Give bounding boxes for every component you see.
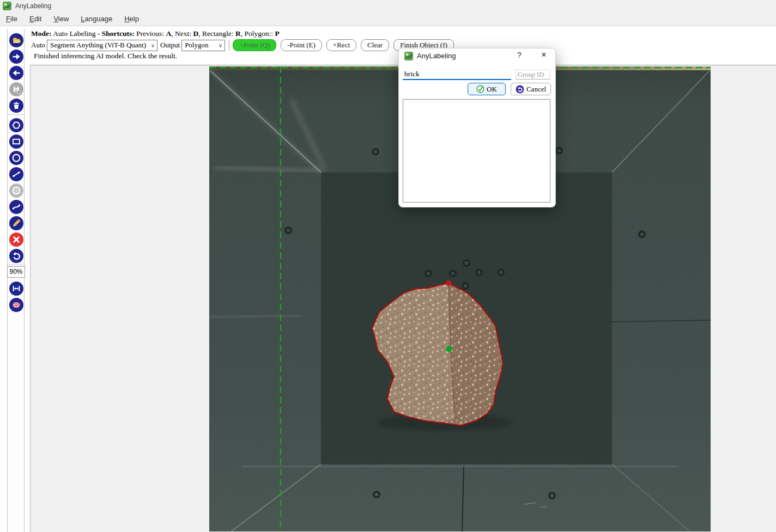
menu-help[interactable]: Help	[118, 13, 145, 25]
auto-label: Auto	[31, 41, 45, 50]
prev-image-button[interactable]	[9, 65, 24, 81]
add-point-button[interactable]: +Point (Q)	[233, 39, 276, 51]
polyline-tool-button[interactable]	[9, 199, 24, 215]
label-name-input[interactable]	[403, 69, 511, 80]
fit-width-button[interactable]	[9, 281, 24, 296]
mode-shortcuts-line: Mode: Auto Labeling - Shortcuts: Previou…	[31, 29, 280, 38]
tool-sidebar: 90%	[7, 29, 25, 532]
dialog-close-button[interactable]: ✕	[537, 51, 550, 62]
ai-auto-label-button[interactable]	[9, 297, 24, 313]
undo-circle-icon	[516, 85, 524, 94]
undo-arrow-icon	[9, 248, 24, 264]
app-icon	[3, 2, 11, 10]
point-tool-button[interactable]	[9, 183, 24, 198]
ok-button[interactable]: OK	[468, 83, 506, 95]
zoom-level-box[interactable]: 90%	[7, 266, 25, 278]
menu-language[interactable]: Language	[75, 13, 118, 25]
open-folder-icon	[9, 33, 24, 48]
chevron-down-icon: ∨	[151, 42, 155, 48]
toolbar-separator	[229, 40, 229, 51]
dialog-help-button[interactable]: ?	[513, 51, 525, 62]
mode-label: Mode:	[31, 29, 52, 38]
rectangle-icon	[9, 134, 24, 149]
sidebar-divider	[8, 114, 25, 115]
arrow-left-icon	[9, 65, 24, 81]
sidebar-divider	[8, 265, 25, 265]
menu-file[interactable]: File	[0, 13, 23, 25]
trash-icon	[9, 98, 24, 113]
shortcuts-label: Shortcuts:	[102, 29, 135, 38]
remove-point-button[interactable]: -Point (E)	[281, 39, 322, 51]
pencil-icon	[9, 216, 24, 231]
delete-shape-button[interactable]	[9, 232, 24, 247]
menu-view[interactable]: View	[47, 13, 75, 25]
line-icon	[9, 167, 24, 182]
clear-button[interactable]: Clear	[361, 39, 389, 51]
save-disk-icon	[9, 82, 24, 97]
status-message: Finished inferencing AI model. Check the…	[34, 52, 177, 60]
hexagon-icon	[9, 118, 24, 133]
curve-icon	[9, 199, 24, 215]
group-id-input[interactable]	[516, 70, 550, 80]
auto-labeling-toolbar: Auto Segment Anything (ViT-B Quant) ∨ Ou…	[31, 39, 458, 52]
save-button[interactable]	[9, 82, 24, 97]
add-rect-button[interactable]: +Rect	[326, 39, 356, 51]
open-file-button[interactable]	[9, 33, 24, 48]
chevron-down-icon: ∨	[219, 42, 222, 48]
check-circle-icon	[476, 85, 484, 93]
circle-icon	[9, 150, 24, 166]
app-icon	[404, 52, 413, 60]
arrow-right-icon	[9, 49, 24, 64]
window-title: AnyLabeling	[15, 2, 51, 10]
cancel-button[interactable]: Cancel	[511, 83, 551, 95]
output-select[interactable]: Polygon ∨	[181, 40, 225, 51]
dialog-title-bar[interactable]: AnyLabeling ? ✕	[399, 48, 555, 63]
label-list-box[interactable]	[403, 99, 550, 203]
label-dialog: AnyLabeling ? ✕ OK Cancel	[398, 48, 556, 207]
target-icon	[9, 183, 24, 198]
undo-button[interactable]	[9, 248, 24, 264]
rectangle-tool-button[interactable]	[9, 134, 24, 149]
title-bar: AnyLabeling	[0, 0, 776, 12]
menu-bar: File Edit View Language Help	[0, 12, 776, 26]
app-window: AnyLabeling File Edit View Language Help…	[0, 0, 776, 532]
next-image-button[interactable]	[9, 49, 24, 64]
close-x-icon	[9, 232, 24, 247]
fit-width-icon	[9, 281, 24, 296]
output-label: Output	[160, 41, 180, 50]
polygon-tool-button[interactable]	[9, 118, 24, 133]
delete-file-button[interactable]	[9, 98, 24, 113]
edit-tool-button[interactable]	[9, 216, 24, 231]
circle-tool-button[interactable]	[9, 150, 24, 166]
model-select[interactable]: Segment Anything (ViT-B Quant) ∨	[47, 40, 157, 51]
dialog-title: AnyLabeling	[417, 52, 456, 60]
menu-edit[interactable]: Edit	[23, 13, 47, 25]
line-tool-button[interactable]	[9, 167, 24, 182]
brain-icon	[9, 297, 24, 313]
